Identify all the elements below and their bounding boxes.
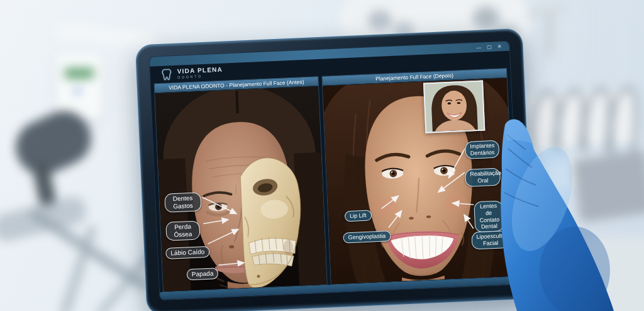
faucet xyxy=(545,11,554,58)
tablet-screen: — ▢ ✕ VIDA PLENA ODONTO VIDA PLENA ODONT… xyxy=(149,41,520,301)
brand-subtitle: ODONTO xyxy=(177,74,223,79)
tablet: — ▢ ✕ VIDA PLENA ODONTO VIDA PLENA ODONT… xyxy=(135,28,534,311)
app-logo: VIDA PLENA ODONTO xyxy=(177,66,223,79)
annotation-pill[interactable]: Implantes Dentários xyxy=(465,140,499,159)
annotation-pill[interactable]: Dentes Gastos xyxy=(164,192,201,213)
reference-face-render xyxy=(425,82,484,132)
annotation-pill[interactable]: Lentes de Contato Dental xyxy=(474,200,504,232)
annotation-pill[interactable]: Lábio Caído xyxy=(165,246,210,259)
maximize-icon[interactable]: ▢ xyxy=(487,44,492,49)
brand-name: VIDA PLENA xyxy=(177,66,223,74)
annotation-pill[interactable]: Lip Lift xyxy=(345,210,372,222)
annotation-pill[interactable]: Reabilitação Oral xyxy=(465,168,501,187)
annotation-pill[interactable]: Perda Óssea xyxy=(165,220,200,240)
dental-light-lens xyxy=(473,6,499,29)
panel-before: VIDA PLENA ODONTO - Planejamento Full Fa… xyxy=(154,76,328,292)
after-photo: Lip Lift Gengivoplastia Implantes Dentár… xyxy=(323,78,515,284)
before-photo: Dentes Gastos Perda Óssea Lábio Caído Pa… xyxy=(155,86,326,291)
dental-clinic-scene: — ▢ ✕ VIDA PLENA ODONTO VIDA PLENA ODONT… xyxy=(0,0,644,311)
annotation-pill[interactable]: Gengivoplastia xyxy=(343,230,391,243)
wall-device-button xyxy=(75,88,80,94)
equipment-console xyxy=(572,150,644,222)
tooth-icon xyxy=(160,68,174,81)
wall-device-screen xyxy=(65,68,94,79)
wall-device xyxy=(57,54,102,120)
dental-light-lens xyxy=(368,10,392,30)
handpiece-hoses xyxy=(521,73,644,161)
before-face-skull-render xyxy=(155,86,326,291)
panel-after: Planejamento Full Face (Depois) xyxy=(321,68,516,285)
annotation-pill[interactable]: Papada xyxy=(187,268,219,280)
equipment-shelf xyxy=(585,237,644,311)
comparison-panels: VIDA PLENA ODONTO - Planejamento Full Fa… xyxy=(151,68,519,293)
xray-arm xyxy=(55,21,157,50)
minimize-icon[interactable]: — xyxy=(476,45,481,50)
annotation-pill[interactable]: Lipoescultura Facial xyxy=(471,230,509,249)
reference-photo-thumbnail xyxy=(423,81,485,133)
close-icon[interactable]: ✕ xyxy=(497,44,502,49)
